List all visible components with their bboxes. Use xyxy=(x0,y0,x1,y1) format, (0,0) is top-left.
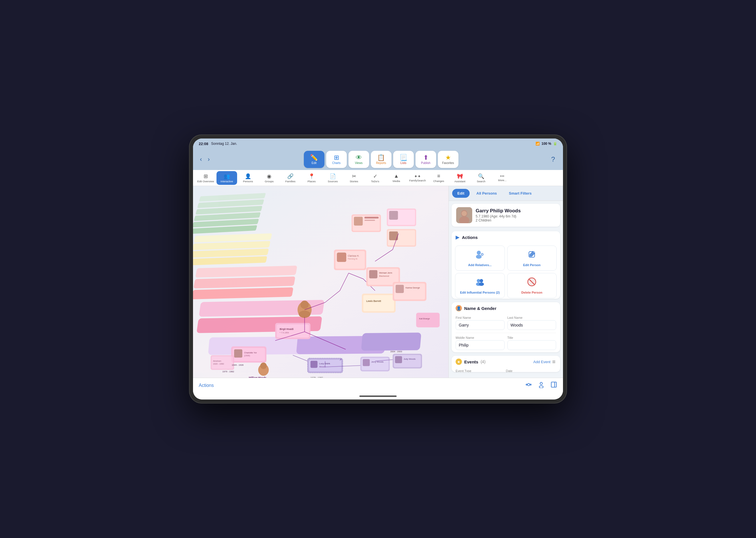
events-menu-button[interactable]: ≡ xyxy=(552,358,556,365)
tab-edit[interactable]: Edit xyxy=(452,189,470,198)
places-icon: 📍 xyxy=(309,173,315,180)
svg-point-95 xyxy=(477,251,481,255)
sec-places-button[interactable]: 📍 Places xyxy=(301,171,322,185)
toolbar-edit-button[interactable]: ✏️ Edit xyxy=(304,151,324,168)
svg-text:Lucy Didrik: Lucy Didrik xyxy=(319,362,330,365)
toolbar-center: ✏️ Edit ⊞ Charts 👁 Views 📋 Reports xyxy=(217,151,546,168)
delete-person-button[interactable]: Delete Person xyxy=(507,273,557,298)
main-content: Clarissa H. Fleming M. Birgit Hnaidi * 7… xyxy=(193,186,563,378)
svg-text:Lewis Barrett: Lewis Barrett xyxy=(366,300,381,302)
nav-forward-button[interactable]: › xyxy=(205,154,212,164)
changes-icon: ≡ xyxy=(437,173,440,179)
last-name-input[interactable] xyxy=(507,320,556,330)
sec-stories-button[interactable]: ✂ Stories xyxy=(344,171,364,185)
name-gender-title: Name & Gender xyxy=(464,306,496,311)
middle-name-input[interactable] xyxy=(456,340,504,350)
sec-more-button[interactable]: ••• More... xyxy=(492,171,513,185)
todos-label: ToDo's xyxy=(371,180,379,183)
sec-search-button[interactable]: 🔍 Search xyxy=(471,171,492,185)
groups-icon: ◉ xyxy=(267,173,271,180)
sec-persons-button[interactable]: 👤 Persons xyxy=(238,171,258,185)
edit-influential-label: Edit Influential Persons (2) xyxy=(460,291,500,295)
sec-groups-button[interactable]: ◉ Groups xyxy=(259,171,279,185)
sec-assistant-button[interactable]: 🎀 Assistant xyxy=(450,171,470,185)
svg-point-111 xyxy=(530,384,531,385)
title-field: Title xyxy=(507,336,556,350)
reports-toolbar-icon: 📋 xyxy=(377,154,385,161)
title-label: Title xyxy=(507,336,556,340)
delete-person-label: Delete Person xyxy=(521,291,542,295)
sec-edit-overview-button[interactable]: ⊞ Edit Overview xyxy=(195,171,216,185)
toolbar-right: ? xyxy=(548,154,558,165)
views-toolbar-icon: 👁 xyxy=(356,154,362,161)
panel-tabs: Edit All Persons Smart Filters xyxy=(449,186,563,201)
toolbar-publish-button[interactable]: ⬆ Publish xyxy=(416,151,436,168)
name-gender-section: 👤 Name & Gender First Name Last Name xyxy=(452,302,560,352)
edit-influential-button[interactable]: Edit Influential Persons (2) xyxy=(455,273,505,298)
svg-text:Charlotte Yor: Charlotte Yor xyxy=(244,351,257,354)
lists-toolbar-icon: 📃 xyxy=(399,154,407,161)
bottom-settings-button[interactable] xyxy=(525,381,532,390)
nav-back-button[interactable]: ‹ xyxy=(198,154,204,164)
play-icon: ▶ xyxy=(456,234,460,241)
svg-rect-76 xyxy=(311,361,318,368)
actions-section: ▶ Actions xyxy=(452,231,560,299)
family-tree-svg: Clarissa H. Fleming M. Birgit Hnaidi * 7… xyxy=(193,186,448,378)
persons-icon: 👤 xyxy=(245,173,251,180)
svg-text:Fleming M.: Fleming M. xyxy=(348,258,358,260)
ipad-frame: 22:08 Sonntag 12. Jan. 📶 100 % 🔋 ‹ › ✏️ … xyxy=(189,134,567,404)
families-label: Families xyxy=(285,180,295,183)
toolbar-views-button[interactable]: 👁 Views xyxy=(349,151,369,168)
svg-point-103 xyxy=(480,279,483,283)
persons-label: Persons xyxy=(243,180,253,183)
title-input[interactable] xyxy=(507,340,556,350)
edit-person-button[interactable]: Edit Person xyxy=(507,245,557,271)
add-event-button[interactable]: Add Event xyxy=(533,360,551,364)
toolbar-favorites-button[interactable]: ★ Favorites xyxy=(438,151,458,168)
edit-person-icon xyxy=(527,249,537,262)
bottom-person-button[interactable] xyxy=(538,381,545,390)
last-name-label: Last Name xyxy=(507,316,556,319)
sec-interactive-button[interactable]: 👥 Interactive xyxy=(216,171,237,185)
assistant-icon: 🎀 xyxy=(457,173,463,180)
tab-smart-filters[interactable]: Smart Filters xyxy=(504,189,537,198)
svg-text:Judy Woods: Judy Woods xyxy=(403,358,416,360)
interactive-icon: 👥 xyxy=(224,173,230,180)
event-date-col: Date xyxy=(506,369,556,372)
toolbar-reports-button[interactable]: 📋 Reports xyxy=(371,151,391,168)
svg-point-110 xyxy=(526,384,527,385)
media-icon: ▲ xyxy=(394,173,399,179)
sec-media-button[interactable]: ▲ Media xyxy=(386,171,407,185)
bottom-panel-button[interactable] xyxy=(551,381,557,390)
svg-point-113 xyxy=(539,386,543,388)
edit-influential-icon xyxy=(475,277,485,289)
tab-all-persons[interactable]: All Persons xyxy=(471,189,502,198)
events-count: (4) xyxy=(481,359,486,364)
sec-family-search-button[interactable]: ✦✦ FamilySearch xyxy=(407,171,428,185)
tree-area[interactable]: Clarissa H. Fleming M. Birgit Hnaidi * 7… xyxy=(193,186,448,378)
groups-label: Groups xyxy=(264,180,273,183)
svg-text:(1908): (1908) xyxy=(244,354,250,357)
help-button[interactable]: ? xyxy=(548,154,558,165)
media-label: Media xyxy=(393,180,400,183)
first-name-input[interactable] xyxy=(456,320,504,330)
sec-todos-button[interactable]: ✓ ToDo's xyxy=(365,171,385,185)
toolbar-charts-button[interactable]: ⊞ Charts xyxy=(326,151,347,168)
svg-rect-54 xyxy=(416,313,439,327)
add-relatives-button[interactable]: Add Relatives... xyxy=(455,245,505,271)
sec-changes-button[interactable]: ≡ Changes xyxy=(429,171,449,185)
families-icon: 🔗 xyxy=(287,173,294,180)
events-section: ★ Events (4) Add Event ≡ Event Type Date xyxy=(452,356,560,372)
views-toolbar-label: Views xyxy=(355,161,363,165)
svg-rect-44 xyxy=(369,270,378,279)
svg-text:Abraham: Abraham xyxy=(213,360,221,362)
bottom-actions-label: Actions xyxy=(199,383,214,388)
svg-rect-39 xyxy=(277,325,309,338)
toolbar-lists-button[interactable]: 📃 Lists xyxy=(393,151,414,168)
publish-toolbar-label: Publish xyxy=(421,161,431,165)
sec-families-button[interactable]: 🔗 Families xyxy=(280,171,301,185)
svg-rect-26 xyxy=(389,211,398,220)
svg-rect-23 xyxy=(365,220,375,221)
svg-text:Michael Jerm: Michael Jerm xyxy=(379,272,392,274)
sec-sources-button[interactable]: 📄 Sources xyxy=(322,171,343,185)
